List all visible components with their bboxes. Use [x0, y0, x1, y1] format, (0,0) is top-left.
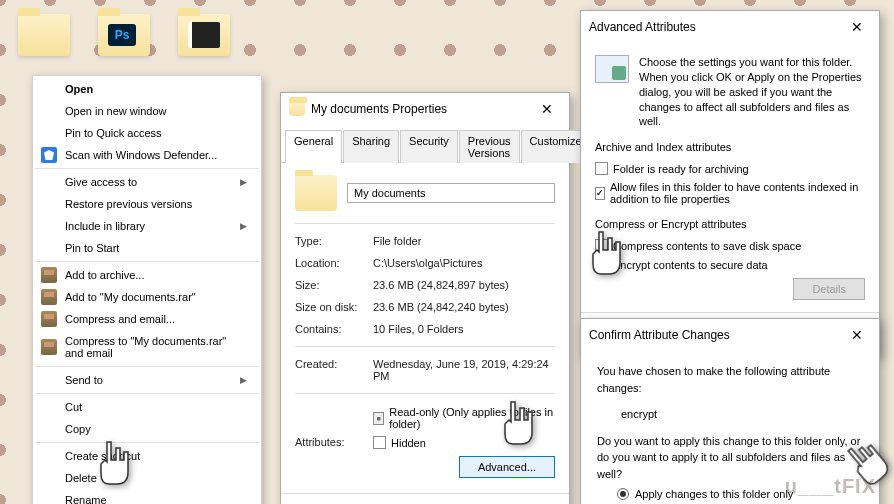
radio-folder-only-label: Apply changes to this folder only — [635, 486, 793, 503]
folder-dark[interactable] — [174, 14, 234, 74]
attributes-label: Attributes: — [295, 434, 373, 448]
menu-compress-email[interactable]: Compress and email... — [35, 308, 259, 330]
tab-sharing[interactable]: Sharing — [343, 130, 399, 163]
hidden-label: Hidden — [391, 437, 426, 449]
chevron-right-icon: ▶ — [240, 375, 247, 385]
encrypt-label: Encrypt contents to secure data — [613, 259, 768, 271]
attributes-icon — [595, 55, 629, 83]
chevron-right-icon: ▶ — [240, 221, 247, 231]
index-label: Allow files in this folder to have conte… — [610, 181, 865, 205]
adv-intro1: Choose the settings you want for this fo… — [639, 55, 865, 70]
index-checkbox[interactable] — [595, 187, 605, 200]
compress-checkbox[interactable] — [595, 239, 608, 252]
chevron-right-icon: ▶ — [240, 177, 247, 187]
menu-delete[interactable]: Delete — [35, 467, 259, 489]
folder-mydocs[interactable] — [14, 14, 74, 74]
readonly-checkbox[interactable] — [373, 412, 384, 425]
menu-include-library[interactable]: Include in library▶ — [35, 215, 259, 237]
archive-icon — [41, 267, 57, 283]
menu-rename[interactable]: Rename — [35, 489, 259, 504]
encrypt-checkbox[interactable] — [595, 258, 608, 271]
confirm-line1: You have chosen to make the following at… — [597, 363, 863, 396]
readonly-label: Read-only (Only applies to files in fold… — [389, 406, 555, 430]
confirm-change: encrypt — [597, 406, 863, 423]
menu-pin-start[interactable]: Pin to Start — [35, 237, 259, 259]
adv-intro2: When you click OK or Apply on the Proper… — [639, 70, 865, 129]
menu-send-to[interactable]: Send to▶ — [35, 369, 259, 391]
watermark: u___tFIX — [785, 475, 876, 498]
context-menu: Open Open in new window Pin to Quick acc… — [32, 75, 262, 504]
location-value: C:\Users\olga\Pictures — [373, 257, 555, 269]
type-value: File folder — [373, 235, 555, 247]
menu-create-shortcut[interactable]: Create shortcut — [35, 445, 259, 467]
menu-pin-quick[interactable]: Pin to Quick access — [35, 122, 259, 144]
dialog-title-text: Confirm Attribute Changes — [589, 328, 730, 342]
close-button[interactable]: ✕ — [843, 325, 871, 345]
advanced-button[interactable]: Advanced... — [459, 456, 555, 478]
properties-dialog: My documents Properties ✕ General Sharin… — [280, 92, 570, 504]
menu-restore-prev[interactable]: Restore previous versions — [35, 193, 259, 215]
created-value: Wednesday, June 19, 2019, 4:29:24 PM — [373, 358, 555, 382]
section-compress: Compress or Encrypt attributes — [595, 218, 865, 230]
menu-scan-defender[interactable]: Scan with Windows Defender... — [35, 144, 259, 166]
shield-icon — [41, 147, 57, 163]
hidden-checkbox[interactable] — [373, 436, 386, 449]
menu-open[interactable]: Open — [35, 78, 259, 100]
folder-icon — [295, 175, 337, 211]
close-button[interactable]: ✕ — [533, 99, 561, 119]
close-button[interactable]: ✕ — [843, 17, 871, 37]
menu-give-access[interactable]: Give access to▶ — [35, 171, 259, 193]
tab-security[interactable]: Security — [400, 130, 458, 163]
location-label: Location: — [295, 257, 373, 269]
size-value: 23.6 MB (24,824,897 bytes) — [373, 279, 555, 291]
folder-photoshop[interactable] — [94, 14, 154, 74]
archive-icon — [41, 339, 57, 355]
archive-icon — [41, 311, 57, 327]
archive-icon — [41, 289, 57, 305]
size-disk-value: 23.6 MB (24,842,240 bytes) — [373, 301, 555, 313]
archive-checkbox[interactable] — [595, 162, 608, 175]
folder-icon — [289, 102, 305, 116]
size-disk-label: Size on disk: — [295, 301, 373, 313]
archive-label: Folder is ready for archiving — [613, 163, 749, 175]
dialog-title-text: My documents Properties — [311, 102, 447, 116]
tab-general[interactable]: General — [285, 130, 342, 163]
contains-label: Contains: — [295, 323, 373, 335]
desktop-folders — [14, 14, 234, 74]
contains-value: 10 Files, 0 Folders — [373, 323, 555, 335]
radio-folder-only[interactable] — [617, 488, 629, 500]
menu-add-rar[interactable]: Add to "My documents.rar" — [35, 286, 259, 308]
tab-previous-versions[interactable]: Previous Versions — [459, 130, 520, 163]
details-button[interactable]: Details — [793, 278, 865, 300]
menu-add-archive[interactable]: Add to archive... — [35, 264, 259, 286]
advanced-attributes-dialog: Advanced Attributes ✕ Choose the setting… — [580, 10, 880, 356]
dialog-title-text: Advanced Attributes — [589, 20, 696, 34]
size-label: Size: — [295, 279, 373, 291]
menu-cut[interactable]: Cut — [35, 396, 259, 418]
menu-copy[interactable]: Copy — [35, 418, 259, 440]
compress-label: Compress contents to save disk space — [613, 240, 801, 252]
type-label: Type: — [295, 235, 373, 247]
menu-compress-rar-email[interactable]: Compress to "My documents.rar" and email — [35, 330, 259, 364]
created-label: Created: — [295, 358, 373, 382]
folder-name-input[interactable] — [347, 183, 555, 203]
section-archive: Archive and Index attributes — [595, 141, 865, 153]
menu-open-new-window[interactable]: Open in new window — [35, 100, 259, 122]
